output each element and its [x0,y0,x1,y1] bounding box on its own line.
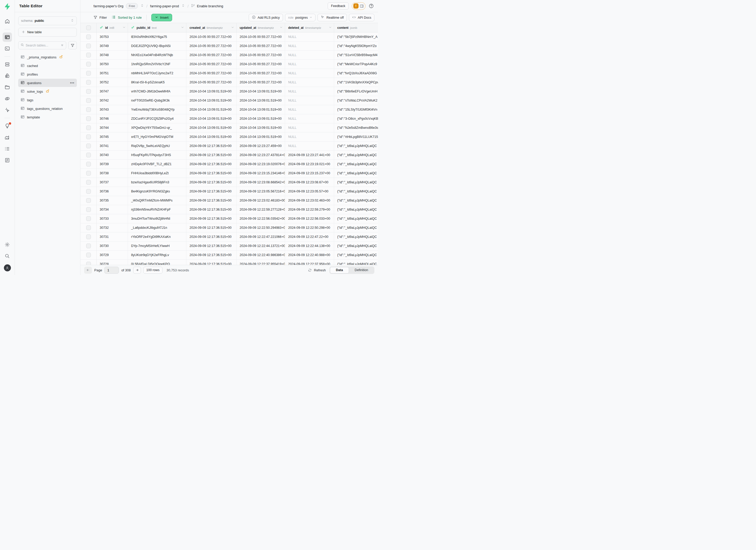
nav-auth[interactable] [3,71,12,81]
cell-content[interactable]: {"id":"NJe5s8ZmBwnoB6e3s [334,123,378,132]
column-header-content[interactable]: contentjsonb [334,23,378,32]
cell-public_id[interactable]: XPQwDIqY6Y75SwDnU-qr_ [128,123,186,132]
cell-public_id[interactable]: FHHUioa3bidd00BHyLeZt [128,169,186,178]
sidebar-table-questions[interactable]: questions••• [18,79,77,87]
cell-updated_at[interactable]: 2024-10-04 13:09:01.519+00 [237,123,285,132]
cell-updated_at[interactable]: 2024-09-09 12:23:08.668542+00 [237,178,285,187]
cell-updated_at[interactable]: 2024-09-09 12:23:02.46183+00 [237,196,285,205]
cell-content[interactable]: {"id":"MeWCriorTPopA4Kc9 [334,60,378,69]
refresh-button[interactable]: Refresh [308,268,326,272]
chevrons-up-down-icon[interactable] [181,4,185,8]
chevron-down-icon[interactable] [280,26,283,30]
rail-search[interactable] [3,251,12,261]
cell-deleted_at[interactable]: 2024-09-09 12:22:50.298+00 [285,223,334,232]
cell-id[interactable]: 30749 [97,42,128,50]
cell-content[interactable]: {"id":"_Id9aLyJpMHQLaiQC [334,160,378,169]
nav-table-editor[interactable] [3,32,12,42]
notifications-button[interactable]: ! [352,2,366,10]
sidebar-table-tags_questions_relation[interactable]: tags_questions_relation [18,104,77,113]
tab-definition[interactable]: Definition [349,267,374,273]
cell-content[interactable]: {"id":"B6tr6eEFLrOVgeUmH [334,87,378,96]
row-checkbox[interactable] [86,80,91,85]
cell-created_at[interactable]: 2024-10-05 00:55:27.722+00 [186,78,237,87]
row-checkbox[interactable] [86,125,91,130]
cell-deleted_at[interactable]: NULL [285,60,334,69]
row-checkbox[interactable] [86,44,91,48]
row-checkbox[interactable] [86,244,91,248]
cell-deleted_at[interactable]: NULL [285,78,334,87]
cell-created_at[interactable]: 2024-10-04 13:09:01.519+00 [186,96,237,105]
cell-public_id[interactable]: 8yUKotr9qGYjK2eFRhgLv [128,251,186,259]
nav-sql-editor[interactable] [3,44,12,53]
cell-updated_at[interactable]: 2024-09-09 12:22:37.955419+00 [237,260,285,265]
cell-public_id[interactable]: nbMhHL3AP7OcCJymc2wT2 [128,69,186,78]
column-header-created_at[interactable]: created_attimestamptz [186,23,237,32]
cell-deleted_at[interactable]: NULL [285,69,334,78]
cell-public_id[interactable]: zHDq4c0F0VBF_TL2_dBZ1 [128,160,186,169]
cell-updated_at[interactable]: 2024-09-09 12:23:27.459+00 [237,142,285,150]
column-header-public_id[interactable]: public_idtext [128,23,186,32]
row-checkbox[interactable] [86,189,91,194]
cell-created_at[interactable]: 2024-09-09 12:17:36.515+00 [186,242,237,250]
cell-public_id[interactable]: nxFT002ISeRE-Qobg3K3k [128,96,186,105]
cell-created_at[interactable]: 2024-09-09 12:17:36.515+00 [186,169,237,178]
cell-content[interactable]: {"id":"_Id9aLyJpMHQLaiQC [334,223,378,232]
cell-deleted_at[interactable]: 2024-09-09 12:22:40.988+00 [285,251,334,259]
cell-content[interactable]: {"id":"1VASb3phnXXkQPCpv [334,78,378,87]
nav-settings[interactable] [3,240,12,249]
cell-content[interactable]: {"id":"3-O8cn_xPgs0cVxqKB [334,114,378,123]
cell-updated_at[interactable]: 2024-10-05 00:55:27.722+00 [237,32,285,41]
feedback-button[interactable]: Feedback [328,2,349,10]
cell-public_id[interactable]: 0L5BAfDaLDl5rQOiqeKPO [128,260,186,265]
cell-updated_at[interactable]: 2024-10-05 00:55:27.722+00 [237,69,285,78]
cell-updated_at[interactable]: 2024-09-09 12:22:40.986386+00 [237,251,285,259]
row-checkbox[interactable] [86,216,91,221]
cell-id[interactable]: 30740 [97,151,128,159]
cell-created_at[interactable]: 2024-10-04 13:09:01.519+00 [186,123,237,132]
row-checkbox[interactable] [86,53,91,57]
chevron-down-icon[interactable] [231,26,234,30]
cell-deleted_at[interactable]: NULL [285,42,334,50]
nav-home[interactable] [3,17,12,26]
cell-content[interactable]: {"id":"5b7j5Pz9WHBNmY_A [334,32,378,41]
cell-deleted_at[interactable]: 2024-09-09 12:22:56.033+00 [285,214,334,223]
cell-deleted_at[interactable]: NULL [285,87,334,96]
cell-id[interactable]: 30743 [97,105,128,114]
cell-id[interactable]: 30748 [97,51,128,59]
row-checkbox[interactable] [86,98,91,103]
cell-content[interactable]: {"id":"_Id9aLyJpMHQLaiQC [334,251,378,259]
cell-public_id[interactable]: vrIh7CMD-JtM1bOweMHfA [128,87,186,96]
row-checkbox[interactable] [86,144,91,148]
cell-deleted_at[interactable]: NULL [285,114,334,123]
nav-advisors[interactable] [3,121,12,131]
breadcrumb-org[interactable]: farming-paper's Org [93,4,123,8]
cell-deleted_at[interactable]: NULL [285,142,334,150]
cell-content[interactable]: {"id":"_Id9aLyJpMHQLaiQC [334,169,378,178]
column-header-id[interactable]: idint8 [97,23,128,32]
cell-updated_at[interactable]: 2024-10-05 00:55:27.722+00 [237,51,285,59]
cell-id[interactable]: 30742 [97,96,128,105]
cell-updated_at[interactable]: 2024-10-05 00:55:27.722+00 [237,42,285,50]
cell-deleted_at[interactable]: NULL [285,123,334,132]
cell-id[interactable]: 30732 [97,223,128,232]
row-checkbox[interactable] [86,35,91,39]
row-checkbox[interactable] [86,71,91,76]
cell-public_id[interactable]: DGEJfJZPQUV9Q-IBqsNSi [128,42,186,50]
cell-created_at[interactable]: 2024-09-09 12:17:36.515+00 [186,142,237,150]
cell-content[interactable]: {"id":"_Id9aLyJpMHQLaiQC [334,151,378,159]
cell-id[interactable]: 30752 [97,78,128,87]
sidebar-table-profiles[interactable]: profiles [18,70,77,78]
chevrons-up-down-icon[interactable] [140,4,144,8]
more-options-icon[interactable]: ••• [70,81,75,85]
search-tables-input[interactable] [26,44,59,47]
cell-created_at[interactable]: 2024-10-04 13:09:01.519+00 [186,114,237,123]
cell-content[interactable]: {"id":"rtHbLpgB8V11LUK7152 [334,132,378,141]
cell-id[interactable]: 30731 [97,232,128,241]
cell-created_at[interactable]: 2024-09-09 12:17:36.515+00 [186,223,237,232]
cell-id[interactable]: 30741 [97,142,128,150]
cell-id[interactable]: 30746 [97,114,128,123]
cell-created_at[interactable]: 2024-09-09 12:17:36.515+00 [186,232,237,241]
cell-created_at[interactable]: 2024-09-09 12:17:36.515+00 [186,187,237,196]
sidebar-table-solve_logs[interactable]: solve_logs [18,87,77,96]
row-checkbox[interactable] [86,89,91,94]
